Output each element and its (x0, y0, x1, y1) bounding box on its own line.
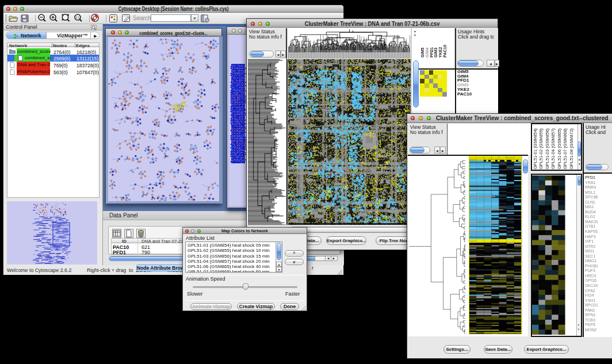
svg-text:GPL51-01 (GSM854): GPL51-01 (GSM854) (533, 128, 538, 169)
svg-text:GPL51-07 (GSM868): GPL51-07 (GSM868) (563, 128, 568, 169)
svg-text:GPL51-04 (GSM857): GPL51-04 (GSM857) (550, 128, 556, 169)
svg-text:GPL51-02 (GSM855): GPL51-02 (GSM855) (538, 128, 544, 169)
svg-text:GPL51-06 (GSM865): GPL51-06 (GSM865) (557, 128, 562, 169)
svg-text:GPL51-03 (GSM856): GPL51-03 (GSM856) (545, 128, 550, 169)
svg-text:GIM4: GIM4 (425, 48, 429, 58)
svg-text:1:1: 1:1 (76, 16, 80, 19)
svg-text:GIM5: GIM5 (420, 48, 424, 58)
svg-text:GPL51-08 (GSM872): GPL51-08 (GSM872) (569, 128, 574, 169)
svg-text:YKE2: YKE2 (438, 47, 442, 58)
svg-text:PFD1: PFD1 (430, 47, 434, 58)
svg-text:PAC10: PAC10 (443, 45, 447, 58)
svg-text:GIM3: GIM3 (434, 48, 438, 58)
